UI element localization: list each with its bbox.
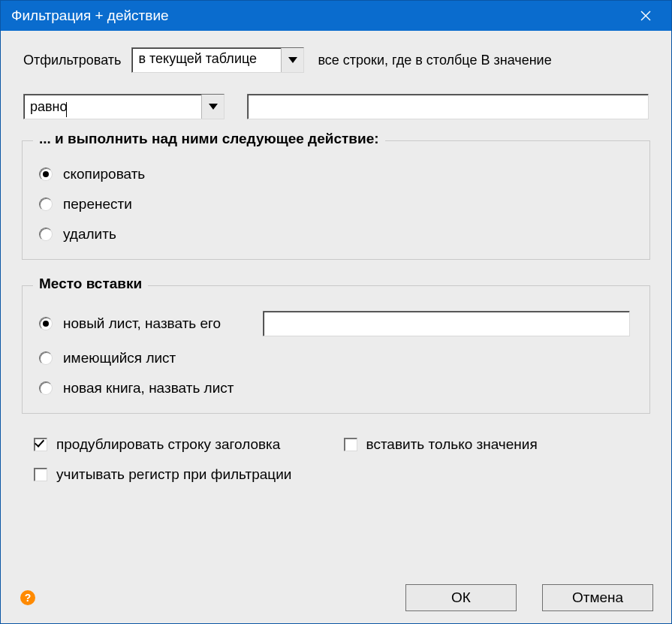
radio-dot-icon [39, 228, 53, 241]
footer: ? ОК Отмена [19, 584, 653, 611]
radio-dot-icon [39, 167, 53, 181]
check-label: продублировать строку заголовка [56, 436, 280, 453]
destination-radio-list: новый лист, назвать его имеющийся лист н… [39, 305, 633, 396]
radio-label: удалить [63, 226, 116, 243]
titlebar: Фильтрация + действие [1, 1, 671, 31]
radio-delete[interactable]: удалить [39, 226, 633, 243]
condition-combobox-button[interactable] [201, 95, 224, 119]
check-label: вставить только значения [366, 436, 538, 453]
scope-combobox[interactable]: в текущей таблице [131, 47, 304, 73]
help-icon: ? [25, 592, 32, 604]
radio-dot-icon [39, 351, 53, 365]
window-title: Фильтрация + действие [11, 8, 629, 24]
action-group-legend: ... и выполнить над ними следующее дейст… [33, 131, 385, 147]
checkbox-icon [34, 438, 47, 451]
close-button[interactable] [629, 1, 662, 31]
close-icon [640, 11, 651, 21]
svg-marker-2 [288, 57, 297, 63]
radio-label: имеющийся лист [63, 350, 176, 366]
checkbox-icon [34, 468, 47, 481]
new-sheet-name-input[interactable] [263, 311, 630, 336]
scope-combobox-button[interactable] [281, 48, 303, 72]
svg-marker-3 [209, 104, 218, 110]
radio-label: перенести [63, 196, 132, 213]
scope-combobox-value: в текущей таблице [132, 48, 281, 72]
radio-new-sheet[interactable]: новый лист, назвать его [39, 315, 249, 332]
radio-new-workbook[interactable]: новая книга, назвать лист [39, 380, 633, 396]
dialog-window: Фильтрация + действие Отфильтровать в те… [0, 0, 672, 624]
action-radio-list: скопировать перенести удалить [39, 160, 633, 243]
value-input[interactable] [247, 94, 649, 119]
condition-combobox[interactable]: равно [23, 94, 225, 119]
help-button[interactable]: ? [20, 590, 35, 605]
client-area: Отфильтровать в текущей таблице все стро… [1, 31, 671, 519]
filter-row: Отфильтровать в текущей таблице все стро… [19, 47, 653, 73]
check-label: учитывать регистр при фильтрации [56, 466, 291, 483]
destination-group-legend: Место вставки [33, 276, 148, 292]
radio-dot-icon [39, 381, 53, 395]
radio-existing-sheet[interactable]: имеющийся лист [39, 350, 633, 366]
cancel-button[interactable]: Отмена [542, 584, 653, 611]
chevron-down-icon [209, 104, 218, 110]
check-values-only[interactable]: вставить только значения [344, 436, 639, 453]
filter-label: Отфильтровать [19, 53, 121, 68]
destination-groupbox: Место вставки новый лист, назвать его им… [22, 285, 650, 414]
condition-combobox-value: равно [24, 95, 201, 119]
check-case-sensitive[interactable]: учитывать регистр при фильтрации [34, 466, 329, 483]
radio-label: новый лист, назвать его [63, 315, 221, 332]
check-duplicate-header[interactable]: продублировать строку заголовка [34, 436, 329, 453]
options-checks: продублировать строку заголовка вставить… [19, 436, 653, 483]
radio-dot-icon [39, 197, 53, 211]
ok-button[interactable]: ОК [405, 584, 517, 611]
text-caret [66, 102, 67, 117]
action-groupbox: ... и выполнить над ними следующее дейст… [22, 140, 650, 260]
radio-copy[interactable]: скопировать [39, 166, 633, 182]
radio-move[interactable]: перенести [39, 196, 633, 213]
filter-trailing-text: все строки, где в столбце B значение [315, 53, 551, 68]
radio-label: новая книга, назвать лист [63, 380, 234, 396]
condition-row: равно [19, 94, 653, 119]
chevron-down-icon [288, 57, 297, 63]
radio-label: скопировать [63, 166, 145, 182]
checkbox-icon [344, 438, 357, 451]
radio-dot-icon [39, 317, 53, 330]
